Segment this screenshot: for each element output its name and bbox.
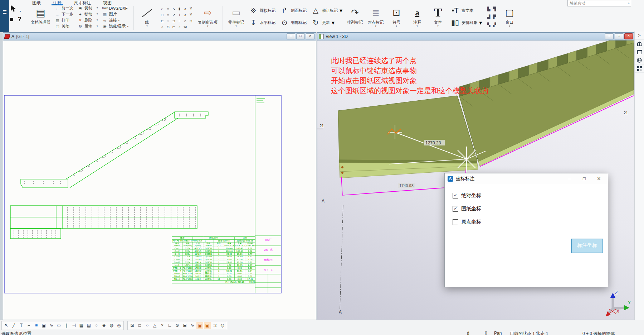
ribbon-item-删除[interactable]: ✕删除 [78, 18, 92, 23]
sketch-tool-icon[interactable]: Υ [188, 6, 194, 12]
sketch-tool-icon[interactable]: − [177, 18, 182, 24]
ribbon-item-剖面标记[interactable]: ↱剖面标记 [280, 5, 307, 15]
sketch-tool-icon[interactable]: ▛ [492, 15, 497, 22]
sketch-tool-icon[interactable]: ∧ [182, 6, 188, 12]
toolbar-icon-group1-0[interactable]: ↖ [3, 322, 10, 329]
sketch-tool-icon[interactable]: ○ [160, 24, 165, 30]
ribbon-item-焊接标记[interactable]: ※焊接标记 [249, 5, 275, 15]
ribbon-item-安排对象[interactable]: ▮▯安排对象▾ [450, 18, 482, 28]
checkbox-box-icon[interactable]: ✓ [453, 193, 458, 198]
toolbar-icon-group2-6[interactable]: ⊘ [174, 322, 181, 329]
maximize-button[interactable]: □ [615, 33, 623, 39]
ribbon-item-DWG/DXF[interactable]: DWGDWG/DXF [102, 5, 129, 11]
ribbon-tab-3[interactable]: 视图 [102, 0, 113, 5]
checkbox-box-icon[interactable] [453, 219, 458, 225]
ribbon-item-复制[interactable]: ▣复制 [78, 5, 92, 11]
toolbar-icon-group1-2[interactable]: T [18, 322, 25, 329]
ribbon-button-line-tool[interactable]: 线▾ [139, 5, 155, 27]
dropdown-caret-icon[interactable]: ▾ [437, 25, 439, 27]
ribbon-button-document-manager[interactable]: ▤文档管理器 [31, 5, 50, 25]
dropdown-caret-icon[interactable]: ▾ [146, 25, 148, 27]
ribbon-item-修订标记[interactable]: △修订标记▾ [311, 5, 342, 15]
minimize-button[interactable]: – [287, 33, 295, 39]
ribbon-item-移动[interactable]: +移动 [78, 11, 92, 17]
toolbar-icon-group2-7[interactable]: ⊟ [181, 322, 188, 329]
dropdown-caret-icon[interactable]: ▾ [97, 19, 98, 21]
dropdown-caret-icon[interactable]: ▾ [479, 19, 482, 26]
sketch-tool-icon[interactable]: ◌ [165, 18, 171, 24]
sketch-tool-icon[interactable]: ▟ [486, 15, 491, 22]
landing-top-face[interactable] [338, 96, 477, 161]
ribbon-button-arrange-marks[interactable]: ↷排列标记 [347, 5, 363, 25]
toolbar-icon-group1-3[interactable]: ⌐ [25, 322, 32, 329]
close-button[interactable]: ✕ [306, 33, 314, 39]
ribbon-item-水平标记[interactable]: ↧水平标记 [249, 18, 275, 28]
ribbon-item-更新[interactable]: ↻更新▾ [311, 18, 342, 28]
ribbon-tab-1[interactable]: 注释 [52, 0, 63, 5]
toolbar-icon-group1-15[interactable]: ◎ [116, 322, 122, 329]
dialog-close-button[interactable]: ✕ [593, 174, 605, 183]
toolbar-icon-group2-2[interactable]: ○ [144, 322, 151, 329]
sketch-tool-icon[interactable]: · [188, 24, 194, 30]
sketch-tool-icon[interactable]: ▮ [177, 6, 182, 12]
toolbar-icon-group1-7[interactable]: ▭ [55, 322, 62, 329]
ribbon-tab-2[interactable]: 尺寸标注 [72, 0, 92, 5]
toolbar-icon-group1-1[interactable]: ╱ [10, 322, 17, 329]
app-menu-button[interactable]: ☰ [0, 0, 9, 32]
dropdown-caret-icon[interactable]: ▾ [207, 25, 209, 27]
toolbar-icon-group2-3[interactable]: △ [151, 322, 158, 329]
toolbar-icon-group1-11[interactable]: ▤ [86, 322, 92, 329]
ribbon-button-window[interactable]: ▢窗口▾ [501, 5, 518, 27]
ribbon-button-symbol[interactable]: ⊡符号▾ [388, 5, 405, 27]
panel-icon[interactable] [635, 48, 644, 56]
ribbon-button-copy-selected[interactable]: ⇨复制所选项▾ [198, 5, 218, 27]
minimize-button[interactable]: – [605, 33, 614, 39]
ribbon-button-annotation[interactable]: a注释▾ [409, 5, 425, 27]
dropdown-caret-icon[interactable]: ▾ [416, 25, 418, 27]
dropdown-caret-icon[interactable]: ▾ [97, 6, 98, 9]
quick-launch-input[interactable] [568, 1, 628, 5]
close-button[interactable]: ✕ [624, 33, 633, 39]
toolbar-icon-group2-0[interactable]: ⊠ [129, 322, 136, 329]
view3d-canvas[interactable]: 1270.23 1740.93 21 21 A A [317, 40, 634, 320]
toolbar-icon-group1-12[interactable]: ◌ [93, 322, 100, 329]
sketch-tool-icon[interactable]: ↘ [171, 6, 176, 12]
ribbon-item-细部标记[interactable]: ⊙细部标记 [280, 18, 307, 28]
drawing-canvas[interactable]: 修次图纸说明日期构件号 (MEMBER MARK): GT—1数量 (QTY):… [3, 40, 316, 320]
checkbox-原点坐标[interactable]: 原点坐标 [453, 219, 481, 225]
sketch-tool-icon[interactable]: ⋊ [182, 24, 188, 30]
sketch-tool-icon[interactable]: ⊐ [171, 18, 176, 24]
sketch-tool-icon[interactable]: ⌐ [160, 6, 165, 12]
ribbon-item-下一步[interactable]: →下一步 [55, 11, 73, 17]
dialog-minimize-button[interactable]: – [564, 174, 576, 183]
expand-pane-icon[interactable]: > [635, 32, 644, 40]
sketch-tool-icon[interactable]: ∩ [165, 12, 171, 18]
sketch-tool-icon[interactable]: ∩ [165, 6, 171, 12]
toolbar-icon-group2-12[interactable]: ◎ [219, 322, 226, 329]
sketch-tool-icon[interactable]: ∕ [177, 24, 182, 30]
toolbar-icon-group2-5[interactable]: ∟ [166, 322, 173, 329]
cursor-caret-icon[interactable]: ▾ [19, 10, 21, 13]
ribbon-item-属性[interactable]: ⚙属性 [78, 24, 92, 29]
globe-icon[interactable] [635, 56, 644, 64]
dropdown-caret-icon[interactable]: ▾ [235, 25, 237, 27]
sketch-tool-icon[interactable]: ▞ [492, 23, 497, 30]
toolbar-icon-group2-8[interactable]: ∿ [189, 322, 196, 329]
ribbon-button-part-mark[interactable]: ▭零件标记▾ [228, 5, 244, 27]
sketch-tool-icon[interactable]: + [177, 12, 182, 18]
dropdown-caret-icon[interactable]: ▾ [332, 19, 335, 26]
ribbon-item-前一次[interactable]: ←前一次 [55, 5, 73, 11]
toolbar-icon-group2-1[interactable]: □ [136, 322, 143, 329]
ribbon-button-text[interactable]: T文本▾ [430, 5, 446, 27]
ribbon-item-图片[interactable]: ▦图片 [102, 11, 129, 17]
toolbar-icon-group2-9[interactable]: ▣ [196, 322, 203, 329]
dropdown-caret-icon[interactable]: ▾ [127, 25, 129, 28]
dropdown-caret-icon[interactable]: ▾ [375, 25, 376, 27]
sketch-tool-icon[interactable]: ▚ [486, 23, 491, 30]
sketch-tool-icon[interactable]: ↗ [171, 12, 176, 18]
ribbon-button-align-marks[interactable]: ≣对齐标记▾ [367, 5, 384, 27]
sketch-tool-icon[interactable]: ⊏ [160, 18, 165, 24]
ribbon-item-关闭[interactable]: ▢关闭 [55, 24, 73, 29]
ribbon-tab-0[interactable]: 图纸 [31, 0, 42, 5]
help-icon[interactable]: ? [18, 16, 21, 23]
